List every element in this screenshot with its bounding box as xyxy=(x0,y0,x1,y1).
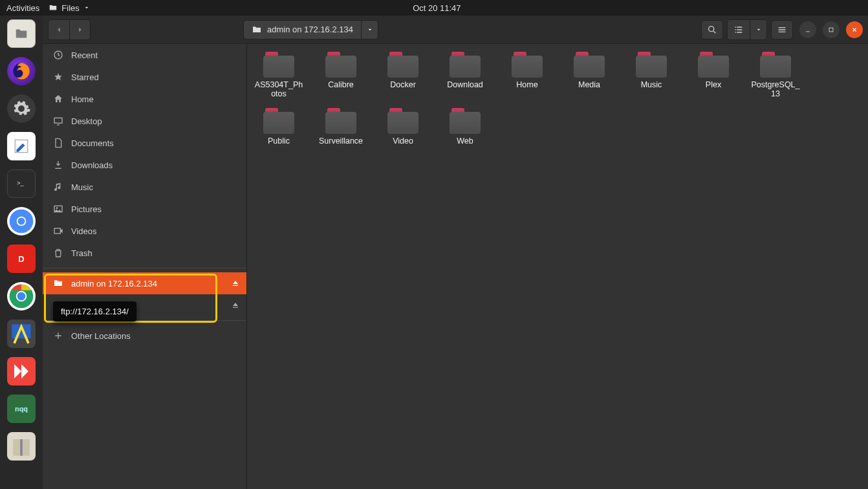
dock-chrome[interactable] xyxy=(7,282,36,310)
folder-label: Music xyxy=(641,80,662,89)
folder-item[interactable]: Docker xyxy=(378,52,428,99)
sidebar-item-label: Music xyxy=(71,182,93,192)
back-button[interactable] xyxy=(49,20,69,39)
folder-item[interactable]: Public xyxy=(254,108,304,146)
folder-view[interactable]: AS5304T_PhotosCalibreDockerDownloadHomeM… xyxy=(247,44,868,489)
svg-rect-11 xyxy=(20,439,23,456)
search-button[interactable] xyxy=(701,20,723,39)
folder-label: Surveillance xyxy=(319,136,363,146)
folder-item[interactable]: Surveillance xyxy=(316,108,366,146)
other-locations[interactable]: Other Locations xyxy=(43,325,246,347)
video-icon xyxy=(53,226,63,236)
tooltip: ftp://172.16.2.134/ xyxy=(53,301,136,321)
sidebar-home[interactable]: Home xyxy=(43,88,246,110)
folder-icon xyxy=(387,52,418,78)
sidebar-item-label: Downloads xyxy=(71,160,113,170)
folder-item[interactable]: Calibre xyxy=(316,52,366,99)
dock-files[interactable] xyxy=(7,19,36,48)
folder-icon xyxy=(49,3,58,12)
folder-item[interactable]: Plex xyxy=(688,52,739,99)
trash-icon xyxy=(53,248,63,258)
folder-item[interactable]: PostgreSQL_13 xyxy=(750,52,801,99)
other-locations-label: Other Locations xyxy=(71,331,131,341)
hamburger-menu[interactable] xyxy=(771,20,793,39)
dock-double-commander[interactable]: D xyxy=(7,244,36,273)
download-icon xyxy=(53,160,63,170)
dock-settings[interactable] xyxy=(7,94,36,123)
picture-icon xyxy=(53,204,63,214)
sidebar-pictures[interactable]: Pictures xyxy=(43,198,246,220)
folder-item[interactable]: Video xyxy=(378,108,428,146)
folder-icon xyxy=(450,108,481,134)
nav-buttons xyxy=(48,19,91,40)
svg-rect-15 xyxy=(54,118,62,123)
sidebar-documents[interactable]: Documents xyxy=(43,132,246,154)
file-manager-window: admin on 172.16.2.134 RecentStarredHomeD… xyxy=(43,16,868,489)
svg-text:>_: >_ xyxy=(17,180,24,186)
dock-terminal[interactable]: >_ xyxy=(7,169,36,198)
gnome-top-panel: Activities Files Oct 20 11:47 xyxy=(0,0,868,16)
dock-putty[interactable] xyxy=(7,320,36,348)
sidebar-mount[interactable]: admin on 172.16.2.134 xyxy=(43,272,224,294)
close-button[interactable] xyxy=(846,21,863,38)
folder-item[interactable]: Web xyxy=(440,108,490,146)
folder-label: Calibre xyxy=(328,80,354,89)
folder-icon xyxy=(263,52,294,78)
folder-icon xyxy=(325,52,356,78)
folder-label: Download xyxy=(447,80,483,89)
path-bar[interactable]: admin on 172.16.2.134 xyxy=(243,20,378,39)
dock-text-editor[interactable] xyxy=(7,132,36,160)
view-dropdown-button[interactable] xyxy=(750,20,766,39)
doc-icon xyxy=(53,138,63,148)
sidebar-item-label: Starred xyxy=(71,72,99,82)
folder-item[interactable]: Music xyxy=(626,52,677,99)
path-label: admin on 172.16.2.134 xyxy=(267,25,353,34)
network-folder-icon xyxy=(252,25,262,35)
folder-item[interactable]: Home xyxy=(502,52,552,99)
sidebar-videos[interactable]: Videos xyxy=(43,220,246,242)
folder-label: AS5304T_Photos xyxy=(254,80,304,99)
dock: >_ D nqq xyxy=(0,16,43,489)
sidebar-starred[interactable]: Starred xyxy=(43,66,246,88)
sidebar-desktop[interactable]: Desktop xyxy=(43,110,246,132)
sidebar-item-label: Desktop xyxy=(71,116,102,126)
list-view-button[interactable] xyxy=(728,20,750,39)
headerbar: admin on 172.16.2.134 xyxy=(43,16,868,44)
sidebar-trash[interactable]: Trash xyxy=(43,242,246,264)
sidebar-recent[interactable]: Recent xyxy=(43,44,246,66)
folder-icon xyxy=(698,52,729,78)
maximize-button[interactable] xyxy=(823,21,840,38)
folder-item[interactable]: AS5304T_Photos xyxy=(254,52,304,99)
path-dropdown[interactable] xyxy=(361,21,378,39)
folder-icon xyxy=(512,52,543,78)
forward-button[interactable] xyxy=(69,20,90,39)
dock-archive-manager[interactable] xyxy=(7,432,36,461)
desktop-icon xyxy=(53,116,63,126)
eject-button[interactable] xyxy=(224,294,246,316)
dock-anydesk[interactable] xyxy=(7,357,36,386)
folder-icon xyxy=(263,108,294,134)
dock-notepadqq[interactable]: nqq xyxy=(7,395,36,423)
sidebar-music[interactable]: Music xyxy=(43,176,246,198)
folder-item[interactable]: Media xyxy=(564,52,614,99)
dock-chromium[interactable] xyxy=(7,207,36,235)
folder-label: Video xyxy=(393,136,413,146)
folder-label: Docker xyxy=(390,80,416,89)
svg-rect-18 xyxy=(54,228,60,234)
sidebar-downloads[interactable]: Downloads xyxy=(43,154,246,176)
files-menu[interactable]: Files xyxy=(49,3,89,13)
minimize-button[interactable] xyxy=(799,21,816,38)
eject-button[interactable] xyxy=(224,272,246,294)
svg-point-5 xyxy=(18,218,25,225)
activities-button[interactable]: Activities xyxy=(6,3,39,13)
folder-item[interactable]: Download xyxy=(440,52,490,99)
svg-rect-13 xyxy=(829,28,833,32)
dock-firefox[interactable] xyxy=(7,57,36,85)
eject-icon xyxy=(231,301,240,310)
folder-label: Web xyxy=(457,136,473,146)
svg-point-17 xyxy=(56,207,58,209)
sidebar-item-label: Recent xyxy=(71,50,98,60)
folder-icon xyxy=(450,52,481,78)
home-icon xyxy=(53,94,63,104)
clock[interactable]: Oct 20 11:47 xyxy=(90,3,784,13)
